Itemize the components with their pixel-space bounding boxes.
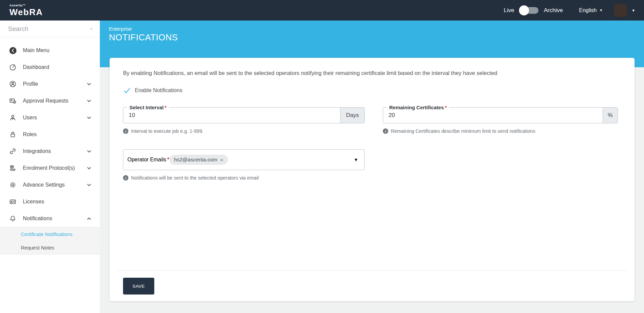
sidebar-item-advance-settings[interactable]: Advance Settings	[0, 177, 100, 193]
language-label: English	[579, 7, 597, 13]
sidebar-item-label: Approval Requests	[23, 98, 68, 104]
chevron-down-icon: ▼	[632, 8, 635, 12]
checkmark-icon	[123, 86, 131, 94]
profile-icon	[9, 80, 17, 88]
save-button[interactable]: SAVE	[123, 278, 154, 295]
card-footer: SAVE	[110, 270, 635, 301]
sidebar-item-certificate-notifications[interactable]: Certificate Notifications	[0, 227, 100, 241]
days-unit-addon: Days	[340, 108, 364, 123]
sidebar-item-label: Dashboard	[23, 64, 49, 70]
percent-unit-addon: %	[603, 108, 617, 123]
footer-divider	[116, 270, 628, 271]
sidebar-item-notifications[interactable]: Notifications	[0, 210, 100, 227]
search-icon[interactable]	[90, 26, 92, 32]
interval-help-text: Interval to execute job e.g. 1-999.	[131, 128, 203, 134]
link-icon	[9, 147, 17, 155]
sidebar-item-dashboard[interactable]: Dashboard	[0, 59, 100, 76]
chevron-down-icon	[86, 149, 92, 154]
chevron-up-icon	[86, 216, 92, 221]
live-archive-toggle[interactable]	[520, 7, 538, 14]
info-icon: i	[123, 175, 128, 181]
required-asterisk: *	[165, 105, 167, 110]
sidebar-item-profile[interactable]: Profile	[0, 76, 100, 92]
submenu-item-label: Request Notes	[21, 245, 54, 250]
sidebar-item-approval-requests[interactable]: Approval Requests	[0, 92, 100, 109]
sidebar-search	[0, 21, 100, 37]
submenu-item-label: Certificate Notifications	[21, 231, 72, 237]
brand-webra: WebRA	[9, 7, 43, 17]
chevron-down-icon	[86, 81, 92, 87]
live-label: Live	[504, 7, 514, 14]
operators-block: Operator Emails* hs2@ascertia.com × ▼ i …	[123, 149, 365, 181]
sidebar-item-label: Enrolment Protocol(s)	[23, 165, 75, 171]
notifications-submenu: Certificate Notifications Request Notes	[0, 227, 100, 255]
chevron-down-icon	[86, 115, 92, 120]
gear-icon	[9, 181, 17, 189]
remaining-certificates-field: Remaining Certificates* %	[383, 107, 618, 123]
required-asterisk: *	[167, 157, 169, 162]
sidebar-item-label: Advance Settings	[23, 182, 65, 188]
topbar: Ascertia™ WebRA Live Archive English ▼ ▼	[0, 0, 644, 21]
sidebar-item-enrolment-protocols[interactable]: Enrolment Protocol(s)	[0, 160, 100, 177]
chevron-down-icon	[86, 165, 92, 171]
remove-chip-icon[interactable]: ×	[220, 157, 223, 163]
avatar	[614, 4, 627, 17]
dashboard-icon	[9, 63, 17, 71]
bell-icon	[9, 214, 17, 223]
dropdown-caret-icon[interactable]: ▼	[354, 157, 358, 162]
enable-notifications-label: Enable Notifications	[135, 87, 182, 93]
toggle-knob-icon	[519, 5, 529, 15]
sidebar-item-roles[interactable]: Roles	[0, 126, 100, 143]
select-interval-label: Select Interval*	[127, 104, 169, 111]
topbar-right: Live Archive English ▼ ▼	[504, 4, 635, 17]
lock-icon	[9, 130, 17, 139]
page-title: NOTIFICATIONS	[109, 32, 644, 43]
sidebar-item-label: Notifications	[23, 216, 52, 222]
user-menu[interactable]: ▼	[614, 4, 635, 17]
chevron-down-icon: ▼	[599, 8, 603, 12]
sidebar-item-label: Licenses	[23, 199, 44, 205]
operator-emails-select[interactable]: Operator Emails* hs2@ascertia.com × ▼	[123, 149, 365, 170]
sidebar-item-label: Users	[23, 115, 37, 121]
chevron-down-icon	[86, 182, 92, 188]
remaining-help-text: Remaining Certificates describe minimum …	[391, 128, 535, 134]
app-logo[interactable]: Ascertia™ WebRA	[9, 4, 43, 16]
remaining-certificates-label: Remaining Certificates*	[387, 104, 449, 111]
operator-emails-label: Operator Emails*	[127, 157, 169, 163]
select-interval-field: Select Interval* Days	[123, 107, 365, 123]
id-card-icon	[9, 198, 17, 206]
sidebar-item-label: Integrations	[23, 148, 51, 154]
sidebar-item-request-notes[interactable]: Request Notes	[0, 241, 100, 254]
operators-help: i Notifications will be sent to the sele…	[123, 175, 365, 181]
sidebar-item-main-menu[interactable]: Main Menu	[0, 42, 100, 59]
intro-text: By enabling Notifications, an email will…	[123, 70, 618, 76]
info-icon: i	[383, 128, 388, 134]
email-chip: hs2@ascertia.com ×	[169, 155, 228, 165]
sidebar-item-users[interactable]: Users	[0, 109, 100, 126]
remaining-help: i Remaining Certificates describe minimu…	[383, 128, 618, 134]
interval-column: Select Interval* Days i Interval to exec…	[123, 107, 365, 181]
sidebar-nav: Main Menu Dashboard Profile Approval Req…	[0, 37, 100, 255]
sidebar-item-licenses[interactable]: Licenses	[0, 193, 100, 210]
breadcrumb: Enterprise	[109, 26, 644, 32]
remaining-column: Remaining Certificates* % i Remaining Ce…	[383, 107, 618, 181]
fields-row: Select Interval* Days i Interval to exec…	[123, 107, 618, 181]
notifications-card: By enabling Notifications, an email will…	[110, 58, 635, 301]
search-input[interactable]	[8, 25, 90, 33]
approval-requests-icon	[9, 97, 17, 105]
sidebar-item-integrations[interactable]: Integrations	[0, 143, 100, 160]
sidebar-item-label: Main Menu	[23, 47, 49, 53]
language-selector[interactable]: English ▼	[579, 7, 603, 13]
sidebar-item-label: Profile	[23, 81, 38, 87]
archive-label: Archive	[544, 7, 563, 14]
chevron-down-icon	[86, 98, 92, 104]
operators-help-text: Notifications will be sent to the select…	[131, 175, 259, 181]
interval-help: i Interval to execute job e.g. 1-999.	[123, 128, 365, 134]
enable-notifications-checkbox[interactable]: Enable Notifications	[123, 86, 618, 94]
sidebar-item-label: Roles	[23, 131, 37, 138]
enrolment-protocol-icon	[9, 164, 17, 172]
chevron-left-circle-icon	[9, 46, 17, 54]
required-asterisk: *	[445, 105, 447, 110]
info-icon: i	[123, 128, 128, 134]
sidebar: Main Menu Dashboard Profile Approval Req…	[0, 21, 100, 313]
